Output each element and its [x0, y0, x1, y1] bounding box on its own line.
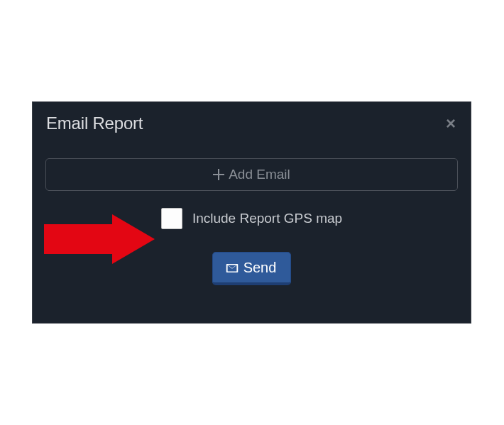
close-icon: ×	[446, 114, 456, 133]
dialog-title: Email Report	[46, 114, 143, 133]
send-label: Send	[243, 260, 277, 276]
include-gps-checkbox[interactable]	[161, 208, 182, 229]
add-email-label: Add Email	[229, 167, 290, 182]
add-email-button[interactable]: Add Email	[45, 158, 458, 191]
dialog-header: Email Report ×	[33, 102, 471, 143]
envelope-icon	[226, 262, 239, 275]
email-report-dialog: Email Report × Add Email Include Report …	[32, 101, 471, 324]
plus-icon	[213, 169, 224, 180]
close-button[interactable]: ×	[444, 115, 457, 132]
include-gps-label[interactable]: Include Report GPS map	[192, 211, 342, 226]
dialog-body: Add Email Include Report GPS map Send	[33, 143, 471, 304]
send-button[interactable]: Send	[212, 252, 292, 285]
send-row: Send	[45, 252, 458, 285]
include-gps-row: Include Report GPS map	[45, 208, 458, 229]
